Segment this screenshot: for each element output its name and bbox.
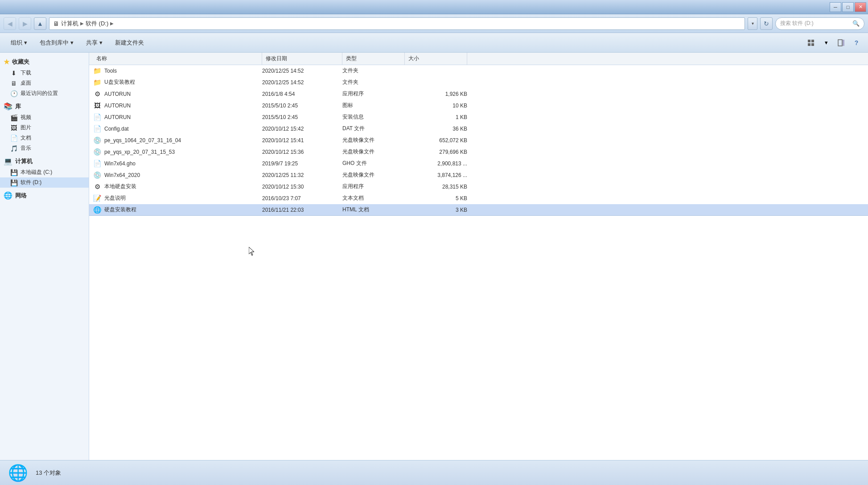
share-button[interactable]: 共享 ▾ bbox=[81, 35, 108, 50]
table-row[interactable]: 📄 Win7x64.gho 2019/9/7 19:25 GHO 文件 2,90… bbox=[89, 158, 868, 169]
favorites-label: 收藏夹 bbox=[12, 58, 29, 66]
search-box[interactable]: 搜索 软件 (D:) 🔍 bbox=[775, 17, 864, 30]
sidebar-library-header[interactable]: 📚 库 bbox=[0, 100, 89, 112]
file-name: ⚙ AUTORUN bbox=[93, 90, 262, 98]
sidebar-item-downloads[interactable]: ⬇ 下载 bbox=[0, 68, 89, 78]
organize-button[interactable]: 组织 ▾ bbox=[5, 35, 33, 50]
file-size: 36 KB bbox=[405, 126, 467, 132]
file-size: 1,926 KB bbox=[405, 91, 467, 97]
close-button[interactable]: ✕ bbox=[855, 2, 866, 12]
refresh-button[interactable]: ↻ bbox=[760, 17, 773, 30]
sidebar-favorites-header[interactable]: ★ 收藏夹 bbox=[0, 56, 89, 68]
table-row[interactable]: ⚙ 本地硬盘安装 2020/10/12 15:30 应用程序 28,315 KB bbox=[89, 181, 868, 193]
sidebar-item-recent[interactable]: 🕐 最近访问的位置 bbox=[0, 88, 89, 99]
file-modified: 2020/10/12 15:41 bbox=[262, 137, 342, 144]
sidebar-favorites: ★ 收藏夹 ⬇ 下载 🖥 桌面 🕐 最近访问的位置 bbox=[0, 56, 89, 99]
drive-c-icon: 💾 bbox=[10, 169, 18, 176]
include-arrow: ▾ bbox=[70, 39, 74, 46]
help-button[interactable]: ? bbox=[850, 37, 863, 49]
network-label: 网络 bbox=[15, 192, 27, 200]
file-size: 28,315 KB bbox=[405, 184, 467, 190]
toolbar: 组织 ▾ 包含到库中 ▾ 共享 ▾ 新建文件夹 ▾ ? bbox=[0, 33, 868, 53]
address-path[interactable]: 🖥 计算机 ▶ 软件 (D:) ▶ bbox=[49, 17, 745, 30]
file-type: 安装信息 bbox=[342, 113, 405, 121]
view-options-button[interactable] bbox=[805, 37, 817, 49]
file-modified: 2015/5/10 2:45 bbox=[262, 114, 342, 120]
include-in-library-button[interactable]: 包含到库中 ▾ bbox=[34, 35, 79, 50]
address-bar: ◀ ▶ ▲ 🖥 计算机 ▶ 软件 (D:) ▶ ▾ ↻ 搜索 软件 (D:) 🔍 bbox=[0, 14, 868, 33]
sidebar-network-header[interactable]: 🌐 网络 bbox=[0, 189, 89, 201]
table-row[interactable]: 📄 Config.dat 2020/10/12 15:42 DAT 文件 36 … bbox=[89, 123, 868, 135]
file-size: 3,874,126 ... bbox=[405, 172, 467, 178]
recent-label: 最近访问的位置 bbox=[21, 90, 58, 97]
file-list: 📁 Tools 2020/12/25 14:52 文件夹 📁 U盘安装教程 20… bbox=[89, 65, 868, 460]
organize-arrow: ▾ bbox=[24, 39, 27, 46]
file-icon: 📁 bbox=[93, 67, 102, 75]
file-modified: 2020/10/12 15:42 bbox=[262, 126, 342, 132]
table-row[interactable]: 📝 光盘说明 2016/10/23 7:07 文本文档 5 KB bbox=[89, 193, 868, 204]
toolbar-right: ▾ ? bbox=[805, 37, 863, 49]
svg-rect-5 bbox=[843, 40, 844, 46]
download-icon: ⬇ bbox=[10, 70, 18, 77]
table-row[interactable]: ⚙ AUTORUN 2016/1/8 4:54 应用程序 1,926 KB bbox=[89, 88, 868, 100]
drive-c-label: 本地磁盘 (C:) bbox=[21, 169, 52, 176]
status-bar: 🌐 13 个对象 bbox=[0, 460, 868, 485]
drive-d-label: 软件 (D:) bbox=[21, 179, 41, 186]
minimize-button[interactable]: ─ bbox=[830, 2, 841, 12]
file-icon: 📄 bbox=[93, 113, 102, 121]
file-name: ⚙ 本地硬盘安装 bbox=[93, 183, 262, 191]
table-row[interactable]: 📄 AUTORUN 2015/5/10 2:45 安装信息 1 KB bbox=[89, 111, 868, 123]
back-button[interactable]: ◀ bbox=[4, 17, 16, 30]
path-computer: 计算机 bbox=[61, 20, 78, 28]
maximize-button[interactable]: □ bbox=[842, 2, 854, 12]
main-content: ★ 收藏夹 ⬇ 下载 🖥 桌面 🕐 最近访问的位置 📚 库 � bbox=[0, 53, 868, 460]
file-type: 文件夹 bbox=[342, 78, 405, 86]
sidebar-item-documents[interactable]: 📄 文档 bbox=[0, 133, 89, 143]
file-size: 5 KB bbox=[405, 195, 467, 201]
forward-button[interactable]: ▶ bbox=[19, 17, 31, 30]
col-header-modified[interactable]: 修改日期 bbox=[262, 53, 342, 65]
table-row[interactable]: 📁 Tools 2020/12/25 14:52 文件夹 bbox=[89, 65, 868, 77]
view-arrow-button[interactable]: ▾ bbox=[820, 37, 832, 49]
preview-pane-button[interactable] bbox=[835, 37, 847, 49]
search-icon: 🔍 bbox=[852, 20, 860, 27]
file-name: 📄 Config.dat bbox=[93, 125, 262, 133]
sidebar-computer-header[interactable]: 💻 计算机 bbox=[0, 155, 89, 167]
sidebar-item-pictures[interactable]: 🖼 图片 bbox=[0, 123, 89, 133]
file-icon: 🖼 bbox=[93, 102, 102, 110]
status-icon: 🌐 bbox=[7, 462, 29, 484]
sidebar-item-music[interactable]: 🎵 音乐 bbox=[0, 143, 89, 153]
sidebar-item-video[interactable]: 🎬 视频 bbox=[0, 112, 89, 123]
include-label: 包含到库中 bbox=[40, 39, 69, 47]
video-icon: 🎬 bbox=[10, 114, 18, 121]
file-name: 🖼 AUTORUN bbox=[93, 102, 262, 110]
col-header-size[interactable]: 大小 bbox=[405, 53, 467, 65]
new-folder-button[interactable]: 新建文件夹 bbox=[110, 35, 149, 50]
svg-rect-4 bbox=[838, 40, 842, 46]
sidebar-item-drive-c[interactable]: 💾 本地磁盘 (C:) bbox=[0, 167, 89, 177]
table-row[interactable]: 🖼 AUTORUN 2015/5/10 2:45 图标 10 KB bbox=[89, 100, 868, 111]
table-row[interactable]: 💿 pe_yqs_xp_20_07_31_15_53 2020/10/12 15… bbox=[89, 146, 868, 158]
computer-label: 计算机 bbox=[15, 157, 33, 165]
file-icon: 💿 bbox=[93, 136, 102, 144]
drive-d-icon: 💾 bbox=[10, 179, 18, 186]
sidebar-item-desktop[interactable]: 🖥 桌面 bbox=[0, 78, 89, 88]
file-name: 📄 AUTORUN bbox=[93, 113, 262, 121]
table-row[interactable]: 💿 pe_yqs_1064_20_07_31_16_04 2020/10/12 … bbox=[89, 135, 868, 146]
downloads-label: 下载 bbox=[21, 69, 31, 77]
file-modified: 2019/9/7 19:25 bbox=[262, 160, 342, 167]
library-label: 库 bbox=[15, 103, 21, 111]
address-dropdown[interactable]: ▾ bbox=[748, 17, 757, 30]
up-button[interactable]: ▲ bbox=[34, 17, 46, 30]
col-header-type[interactable]: 类型 bbox=[342, 53, 405, 65]
desktop-icon: 🖥 bbox=[10, 80, 18, 87]
file-icon: ⚙ bbox=[93, 90, 102, 98]
table-row[interactable]: 🌐 硬盘安装教程 2016/11/21 22:03 HTML 文档 3 KB bbox=[89, 204, 868, 216]
table-row[interactable]: 💿 Win7x64_2020 2020/12/25 11:32 光盘映像文件 3… bbox=[89, 169, 868, 181]
sidebar-library: 📚 库 🎬 视频 🖼 图片 📄 文档 🎵 音乐 bbox=[0, 100, 89, 153]
music-icon: 🎵 bbox=[10, 145, 18, 152]
file-size: 279,696 KB bbox=[405, 149, 467, 155]
col-header-name[interactable]: 名称 bbox=[93, 53, 262, 65]
sidebar-item-drive-d[interactable]: 💾 软件 (D:) bbox=[0, 177, 89, 188]
table-row[interactable]: 📁 U盘安装教程 2020/12/25 14:52 文件夹 bbox=[89, 77, 868, 88]
